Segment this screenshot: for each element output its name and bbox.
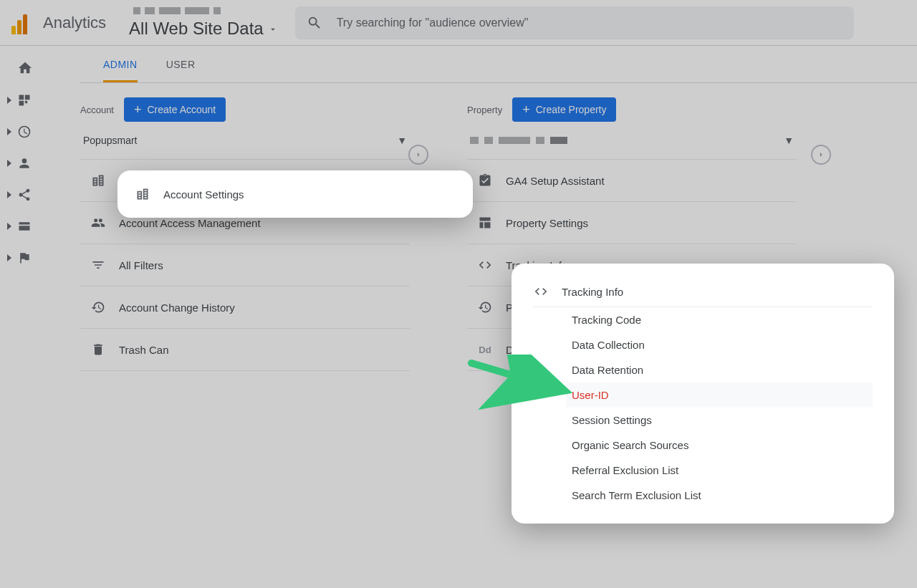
highlight-account-settings: Account Settings: [117, 170, 473, 218]
tracking-info-item-highlight[interactable]: Tracking Info: [533, 274, 873, 307]
building-icon: [135, 186, 150, 202]
account-settings-item-highlight[interactable]: Account Settings: [117, 170, 473, 218]
highlight-tracking-info: Tracking Info Tracking Code Data Collect…: [512, 264, 894, 524]
account-settings-label: Account Settings: [163, 188, 244, 201]
sub-referral-exclusion[interactable]: Referral Exclusion List: [566, 458, 873, 483]
sub-tracking-code[interactable]: Tracking Code: [566, 307, 873, 332]
code-icon: [533, 284, 549, 299]
tracking-info-label: Tracking Info: [562, 286, 623, 298]
sub-organic-search[interactable]: Organic Search Sources: [566, 433, 873, 458]
tracking-submenu: Tracking Code Data Collection Data Reten…: [533, 307, 873, 508]
sub-data-collection[interactable]: Data Collection: [566, 332, 873, 357]
sub-data-retention[interactable]: Data Retention: [566, 357, 873, 382]
sub-user-id[interactable]: User-ID: [566, 382, 873, 408]
sub-session-settings[interactable]: Session Settings: [566, 408, 873, 433]
sub-search-term-exclusion[interactable]: Search Term Exclusion List: [566, 483, 873, 508]
